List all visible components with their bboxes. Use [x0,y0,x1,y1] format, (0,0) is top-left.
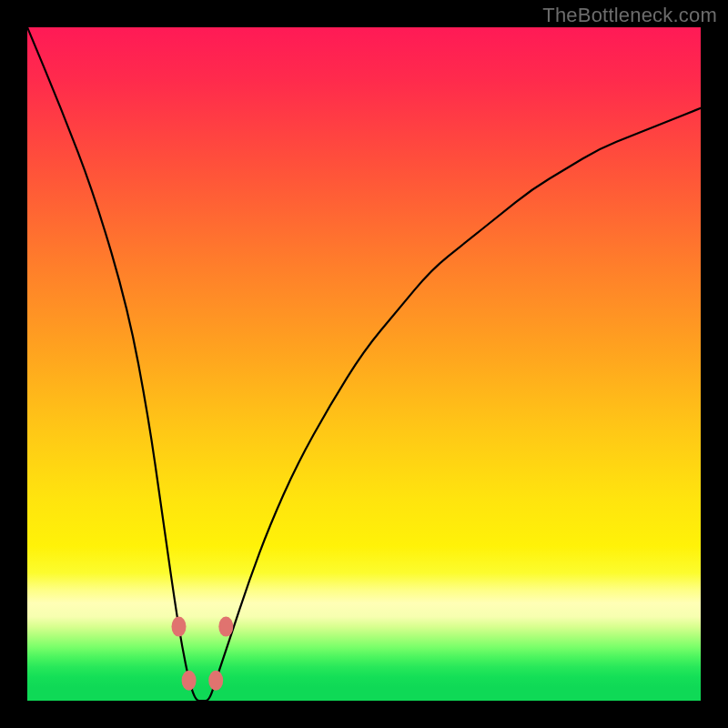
curve-marker [208,671,223,691]
bottleneck-curve [27,27,701,701]
curve-path [27,27,701,701]
curve-marker [172,617,187,637]
watermark-label: TheBottleneck.com [542,4,717,27]
curve-marker [218,617,233,637]
chart-frame: TheBottleneck.com [0,0,728,728]
curve-marker [182,671,197,691]
plot-area [27,27,701,701]
